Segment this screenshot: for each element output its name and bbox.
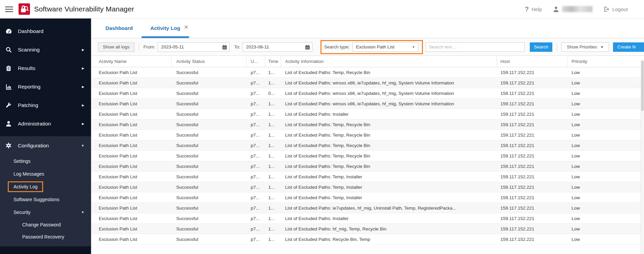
cell-info: List of Excluded Paths: Temp, Recycle Bi… <box>281 164 497 169</box>
table-row[interactable]: Exclusion Path ListSuccessfulp7...1...Li… <box>91 78 644 88</box>
calendar-icon[interactable] <box>222 45 227 51</box>
column-header-activity-status[interactable]: Activity Status <box>172 56 247 67</box>
column-header-activity-name[interactable]: Activity Name <box>91 56 172 67</box>
table-row[interactable]: Exclusion Path ListSuccessfulp7...1...Li… <box>91 151 644 161</box>
chevron-down-icon: ▼ <box>412 45 415 49</box>
sidebar-item-dashboard[interactable]: Dashboard <box>0 22 91 40</box>
table-row[interactable]: Exclusion Path ListSuccessfulp7...1...Li… <box>91 172 644 182</box>
cell-time: 1... <box>265 226 281 231</box>
cell-priority: Low <box>568 70 644 75</box>
cell-time: 0... <box>265 91 281 96</box>
sidebar-item-software-suggestions[interactable]: Software Suggestions <box>0 193 91 206</box>
column-header-priority[interactable]: Prirority <box>568 56 644 67</box>
cell-time: 1... <box>265 101 281 106</box>
search-type-highlight-box: Search type: Exclusion Path List ▼ <box>320 40 423 54</box>
sidebar-item-log-messages[interactable]: Log Messages <box>0 168 91 180</box>
sidebar-item-label: Configuration <box>18 143 49 149</box>
create-button[interactable]: Create N <box>613 42 644 52</box>
lock-magnifier-icon <box>19 3 30 15</box>
sidebar-item-security[interactable]: Security ▼ <box>0 206 91 219</box>
table-row[interactable]: Exclusion Path ListSuccessfulp7...1...Li… <box>91 203 644 213</box>
cell-user: p7... <box>247 195 265 200</box>
sidebar-item-activity-log[interactable]: Activity Log <box>0 180 91 193</box>
sidebar-item-change-password[interactable]: Change Password <box>0 219 91 231</box>
search-text-input[interactable] <box>426 42 525 52</box>
help-button[interactable]: ? Help <box>525 5 542 13</box>
cell-host: 159.117.152.221 <box>497 237 568 242</box>
cell-host: 159.117.152.221 <box>497 195 568 200</box>
sidebar-item-settings[interactable]: Settings <box>0 155 91 168</box>
table-row[interactable]: Exclusion Path ListSuccessfulp7...1...Li… <box>91 109 644 119</box>
close-icon[interactable]: ✕ <box>184 24 188 30</box>
sidebar-item-password-recovery[interactable]: Password Recovery <box>0 231 91 243</box>
cell-info: List of Excluded Paths: Temp, Installer <box>281 195 497 200</box>
cell-info: List of Excluded Paths: Temp, Installer <box>281 174 497 179</box>
calendar-icon[interactable] <box>305 45 310 51</box>
cell-priority: Low <box>568 122 644 127</box>
column-header-user[interactable]: U... <box>247 56 265 67</box>
username-blurred <box>562 6 592 12</box>
cell-status: Successful <box>172 164 247 169</box>
cell-user: p7... <box>247 164 265 169</box>
magnifier-icon <box>5 46 12 53</box>
tab-dashboard[interactable]: Dashboard <box>97 19 142 38</box>
table-row[interactable]: Exclusion Path ListSuccessfulp7...1...Li… <box>91 224 644 234</box>
cell-info: List of Excluded Paths: Recycle Bin, Tem… <box>281 237 497 242</box>
table-row[interactable]: Exclusion Path ListSuccessfulp7...1...Li… <box>91 161 644 172</box>
hamburger-menu-icon[interactable] <box>5 5 13 13</box>
logout-button[interactable]: Logout <box>603 6 628 12</box>
cell-status: Successful <box>172 226 247 231</box>
column-header-activity-information[interactable]: Activity Information <box>281 56 497 67</box>
sidebar-item-results[interactable]: Results ▶ <box>0 59 91 77</box>
sidebar-item-scanning[interactable]: Scanning ▶ <box>0 40 91 59</box>
cell-time: 1... <box>265 206 281 211</box>
search-type-dropdown[interactable]: Exclusion Path List ▼ <box>352 42 419 52</box>
cell-info: List of Excluded Paths: Temp, Installer <box>281 185 497 190</box>
table-row[interactable]: Exclusion Path ListSuccessfulp7...1...Li… <box>91 234 644 245</box>
cell-user: p7... <box>247 80 265 85</box>
sidebar-item-patching[interactable]: Patching ▶ <box>0 96 91 114</box>
search-button[interactable]: Search <box>530 42 552 52</box>
cell-status: Successful <box>172 133 247 138</box>
table-row[interactable]: Exclusion Path ListSuccessfulp7...1...Li… <box>91 119 644 130</box>
table-row[interactable]: Exclusion Path ListSuccessfulp7...1...Li… <box>91 182 644 192</box>
cell-priority: Low <box>568 206 644 211</box>
sidebar-item-configuration[interactable]: Configuration ▼ <box>0 136 91 155</box>
search-type-label: Search type: <box>324 44 350 49</box>
sidebar-item-label: Reporting <box>18 84 40 90</box>
sidebar-item-reporting[interactable]: Reporting ▶ <box>0 77 91 96</box>
sidebar-item-administration[interactable]: Administration ▶ <box>0 114 91 133</box>
cell-status: Successful <box>172 216 247 221</box>
from-date-field[interactable] <box>158 42 229 52</box>
table-row[interactable]: Exclusion Path ListSuccessfulp7...1...Li… <box>91 67 644 78</box>
cell-name: Exclusion Path List <box>91 80 172 85</box>
toolbar-separator <box>139 43 139 51</box>
cell-status: Successful <box>172 206 247 211</box>
sidebar-item-label: Results <box>18 65 35 71</box>
show-all-logs-button[interactable]: Show all logs <box>98 42 134 52</box>
table-row[interactable]: Exclusion Path ListSuccessfulp7...1...Li… <box>91 140 644 151</box>
table-row[interactable]: Exclusion Path ListSuccessfulp7...1...Li… <box>91 99 644 109</box>
show-priorities-button[interactable]: Show Priorities ▼ <box>561 42 609 52</box>
vertical-scrollbar[interactable] <box>641 60 644 254</box>
scrollbar-thumb[interactable] <box>641 61 644 111</box>
chevron-right-icon: ▶ <box>82 67 84 70</box>
cell-name: Exclusion Path List <box>91 133 172 138</box>
to-date-field[interactable] <box>243 42 312 52</box>
column-header-host[interactable]: Host <box>497 56 568 67</box>
table-row[interactable]: Exclusion Path ListSuccessfulp7...1...Li… <box>91 213 644 224</box>
table-row[interactable]: Exclusion Path ListSuccessfulp7...1...Li… <box>91 130 644 140</box>
from-date-input[interactable] <box>158 43 229 51</box>
cell-priority: Low <box>568 237 644 242</box>
sidebar-subitem-label: Software Suggestions <box>13 197 59 202</box>
tab-activity-log[interactable]: Activity Log ✕ <box>142 19 189 38</box>
user-menu[interactable] <box>553 6 592 12</box>
sidebar-subitem-label: Settings <box>13 158 31 164</box>
cell-host: 159.117.152.221 <box>497 226 568 231</box>
table-row[interactable]: Exclusion Path ListSuccessfulp7...0...Li… <box>91 88 644 99</box>
to-date-input[interactable] <box>243 43 312 51</box>
column-header-time[interactable]: Time <box>265 56 281 67</box>
cell-info: List of Excluded Paths: winsxs x86, ie7u… <box>281 80 497 85</box>
table-row[interactable]: Exclusion Path ListSuccessfulp7...1...Li… <box>91 192 644 203</box>
tab-label: Activity Log <box>150 25 180 31</box>
